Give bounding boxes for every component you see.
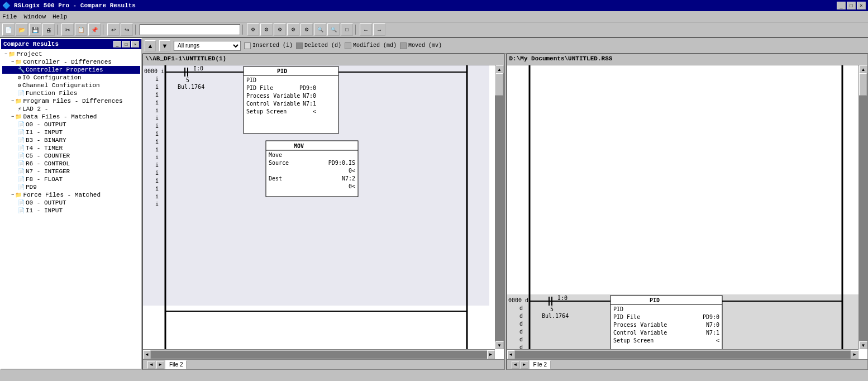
svg-text:0000 d: 0000 d [508,297,528,303]
tree-label-b3: B3 - BINARY [26,137,66,144]
undo-button[interactable]: ↩ [107,23,120,36]
right-hscroll-right[interactable]: ► [851,350,859,359]
left-scroll-down[interactable]: ▼ [495,341,504,349]
tool-btn-1[interactable]: ⚙ [247,23,259,36]
svg-text:PID File: PID File [613,314,640,320]
tool-btn-5[interactable]: ⚙ [301,23,313,36]
right-scroll-down[interactable]: ▼ [859,341,867,349]
tool-btn-7[interactable]: 🔍 [327,23,340,36]
cut-button[interactable]: ✂ [61,23,74,36]
new-button[interactable]: 📄 [2,23,15,36]
panel-close-button[interactable]: × [131,41,139,47]
right-vscroll[interactable]: ▲ ▼ [859,65,867,349]
left-tab-next[interactable]: ► [156,361,164,369]
right-hscroll-left[interactable]: ◄ [507,350,515,359]
right-hscroll[interactable]: ◄ ► [507,349,859,359]
menu-file[interactable]: File [2,13,17,20]
tree-item-r6-control[interactable]: 📄 R6 - CONTROL [2,160,140,168]
tree-label-o0: O0 - OUTPUT [26,121,66,128]
right-tab-prev[interactable]: ◄ [512,361,519,369]
right-tab-next[interactable]: ► [521,361,528,369]
panel-maximize-button[interactable]: □ [122,41,130,47]
compare-nav-up[interactable]: ▲ [145,40,156,51]
tree-item-controller-diff[interactable]: − 📁 Controller - Differences [2,58,140,66]
redo-button[interactable]: ↪ [121,23,133,36]
open-button[interactable]: 📂 [16,23,28,36]
right-scroll-up[interactable]: ▲ [859,65,867,73]
tool-btn-4[interactable]: ⚙ [287,23,299,36]
tree-item-i1-input[interactable]: 📄 I1 - INPUT [2,128,140,136]
left-scroll-up[interactable]: ▲ [495,65,504,73]
expand-program[interactable]: − [11,98,14,104]
tool-btn-2[interactable]: ⚙ [260,23,273,36]
right-scroll-thumb[interactable] [859,73,867,96]
compare-nav-down[interactable]: ▼ [159,40,170,51]
tree-item-controller-props[interactable]: 🔧 Controller Properties [2,66,140,74]
tree-item-force-matched[interactable]: − 📁 Force Files - Matched [2,191,140,199]
svg-text:i: i [155,92,159,98]
save-button[interactable]: 💾 [29,23,41,36]
tree-item-force-i1[interactable]: 📄 I1 - INPUT [2,207,140,215]
left-hscroll[interactable]: ◄ ► [143,349,495,359]
tree-item-program-diff[interactable]: − 📁 Program Files - Differences [2,97,140,105]
tool-btn-3[interactable]: ⚙ [274,23,286,36]
tree-item-n7-integer[interactable]: 📄 N7 - INTEGER [2,168,140,175]
svg-text:i: i [155,76,159,82]
left-vscroll[interactable]: ▲ ▼ [495,65,504,349]
expand-force[interactable]: − [11,192,14,198]
tool-btn-8[interactable]: □ [341,23,353,36]
right-scroll-area[interactable]: 0000 d d d d d d d d d d d d d [507,65,868,359]
tool-btn-6[interactable]: 🔍 [314,23,326,36]
tree-item-o0-output[interactable]: 📄 O0 - OUTPUT [2,121,140,128]
svg-rect-31 [244,66,338,134]
svg-text:i: i [155,99,159,106]
expand-data[interactable]: − [11,114,14,120]
nav-fwd-button[interactable]: → [373,23,385,36]
copy-button[interactable]: 📋 [75,23,87,36]
tree-label-force-i1: I1 - INPUT [26,207,63,214]
left-tab-file2[interactable]: File 2 [165,360,187,369]
tree-item-project[interactable]: − 📁 Project [2,50,140,58]
tree-item-c5-counter[interactable]: 📄 C5 - COUNTER [2,152,140,160]
ladder-pane-left: \\AB_DF1-1\UNTITLED(1) 0000 i i i i i [142,54,504,370]
svg-text:PD9:0: PD9:0 [299,85,316,91]
right-area: ▲ ▼ All rungs Inserted (i) Deleted (d) M… [142,38,868,370]
svg-text:0<: 0< [349,168,355,174]
file-icon-12: 📄 [18,207,25,214]
left-tab-prev[interactable]: ◄ [147,361,155,369]
close-button[interactable]: × [857,2,866,9]
panel-minimize-button[interactable]: _ [113,41,121,47]
minimize-button[interactable]: _ [837,2,846,9]
tree-item-io-config[interactable]: ⚙ IO Configuration [2,74,140,82]
folder-icon-4: 📁 [15,113,22,120]
svg-text:5: 5 [550,306,554,312]
tree-item-function-files[interactable]: 📄 Function Files [2,89,140,97]
tree-item-lad2[interactable]: ⚡ LAD 2 - [2,105,140,113]
right-tab-file2[interactable]: File 2 [530,360,551,369]
tree-label-program-diff: Program Files - Differences [23,98,122,104]
left-hscroll-left[interactable]: ◄ [143,350,151,359]
tree-item-f8-float[interactable]: 📄 F8 - FLOAT [2,175,140,183]
menu-help[interactable]: Help [53,13,67,20]
tree-item-channel-config[interactable]: ⚙ Channel Configuration [2,82,140,89]
tree-item-b3-binary[interactable]: 📄 B3 - BINARY [2,136,140,144]
tree-item-data-matched[interactable]: − 📁 Data Files - Matched [2,113,140,121]
file-icon-9: 📄 [18,176,25,183]
left-scroll-area[interactable]: 0000 i i i i i i i i i i i i i [143,65,504,359]
maximize-button[interactable]: □ [847,2,856,9]
menu-window[interactable]: Window [23,13,46,20]
tree-item-t4-timer[interactable]: 📄 T4 - TIMER [2,144,140,152]
left-scroll-thumb[interactable] [495,73,503,96]
left-hscroll-right[interactable]: ► [487,350,495,359]
toolbar-search[interactable] [140,24,240,35]
svg-text:N7:0: N7:0 [705,322,719,328]
expand-controller[interactable]: − [11,59,14,65]
nav-back-button[interactable]: ← [360,23,372,36]
project-tree[interactable]: − 📁 Project − 📁 Controller - Differences… [1,49,141,369]
tree-item-force-o0[interactable]: 📄 O0 - OUTPUT [2,199,140,207]
expand-project[interactable]: − [4,51,7,57]
filter-dropdown[interactable]: All rungs [174,41,241,51]
print-button[interactable]: 🖨 [42,23,55,36]
tree-item-pd9[interactable]: 📄 PD9 [2,183,140,191]
paste-button[interactable]: 📌 [88,23,101,36]
